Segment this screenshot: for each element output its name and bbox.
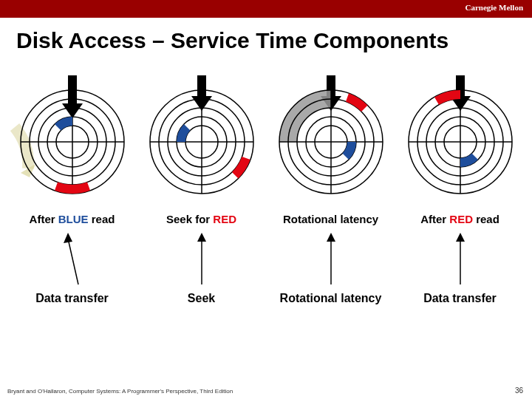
- component-1: Data transfer: [10, 292, 134, 305]
- slide-title: Disk Access – Service Time Components: [16, 28, 532, 53]
- disk-svg-4: [398, 75, 522, 208]
- component-3: Rotational latency: [269, 292, 393, 305]
- component-labels: Data transfer Seek Rotational latency Da…: [0, 292, 532, 305]
- arrows: [0, 231, 532, 290]
- up-arrow-icon: [320, 231, 342, 289]
- up-arrow-icon: [449, 231, 471, 289]
- stage-labels: After BLUE read Seek for RED Rotational …: [0, 213, 532, 225]
- disk-svg-2: [140, 75, 264, 208]
- disk-stage-3: [269, 75, 393, 208]
- disk-stage-1: [10, 75, 134, 208]
- svg-marker-42: [327, 233, 335, 242]
- svg-marker-44: [456, 233, 465, 242]
- disk-svg-3: [269, 75, 393, 208]
- page-number: 36: [515, 386, 523, 395]
- svg-marker-40: [197, 233, 206, 242]
- svg-line-37: [68, 239, 78, 284]
- header-org: Carnegie Mellon: [465, 3, 523, 12]
- stage-label-3: Rotational latency: [269, 213, 393, 225]
- component-2: Seek: [140, 292, 264, 305]
- stage-label-1: After BLUE read: [10, 213, 134, 225]
- disk-svg-1: [10, 75, 134, 208]
- up-arrow-icon: [58, 231, 87, 289]
- up-arrow-icon: [191, 231, 213, 289]
- disk-stage-4: [398, 75, 522, 208]
- footer-cite: Bryant and O'Hallaron, Computer Systems:…: [7, 388, 233, 395]
- header-strip: Carnegie Mellon: [0, 0, 532, 18]
- svg-marker-38: [64, 233, 72, 243]
- component-4: Data transfer: [398, 292, 522, 305]
- stage-label-4: After RED read: [398, 213, 522, 225]
- stage-label-2: Seek for RED: [140, 213, 264, 225]
- disk-row: [0, 75, 532, 208]
- disk-stage-2: [140, 75, 264, 208]
